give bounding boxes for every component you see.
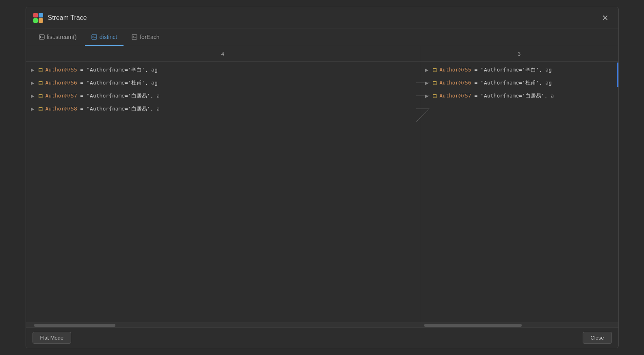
dialog-title: Stream Trace [48,14,87,22]
svg-rect-3 [39,18,43,23]
db-icon: ⊟ [432,80,437,86]
content-area: 4 ▶ ⊟ Author@755 = "Author{name='李白', ag… [26,46,618,327]
db-icon: ⊟ [38,80,43,86]
chevron-right-icon: ▶ [425,80,430,86]
db-icon: ⊟ [38,67,43,73]
tabs-bar: list.stream() distinct forEach [26,28,618,46]
tab-forEach-label: forEach [140,34,159,40]
db-icon: ⊟ [432,67,437,73]
svg-rect-4 [39,35,44,39]
title-bar: Stream Trace ✕ [26,7,618,28]
table-row[interactable]: ▶ ⊟ Author@757 = "Author{name='白居易', a [26,89,420,102]
title-left: Stream Trace [33,12,87,24]
table-row[interactable]: ▶ ⊟ Author@756 = "Author{name='杜甫', ag [420,76,618,89]
right-panel: 3 ▶ ⊟ Author@755 = "Author{name='李白', ag… [420,46,618,327]
item-text: Author@755 = "Author{name='李白', ag [46,66,158,74]
table-row[interactable]: ▶ ⊟ Author@757 = "Author{name='白居易', a [420,89,618,102]
chevron-right-icon: ▶ [31,106,36,112]
db-icon: ⊟ [432,93,437,99]
flat-mode-button[interactable]: Flat Mode [33,332,72,344]
item-text: Author@756 = "Author{name='杜甫', ag [46,79,158,87]
item-text: Author@757 = "Author{name='白居易', a [440,92,554,100]
db-icon: ⊟ [38,106,43,112]
right-panel-header: 3 [420,46,618,62]
table-row[interactable]: ▶ ⊟ Author@756 = "Author{name='杜甫', ag [26,76,420,89]
tab-list-stream-label: list.stream() [47,34,77,40]
left-panel: 4 ▶ ⊟ Author@755 = "Author{name='李白', ag… [26,46,420,327]
table-row[interactable]: ▶ ⊟ Author@758 = "Author{name='白居易', a [26,102,420,115]
svg-rect-8 [132,35,137,39]
item-text: Author@756 = "Author{name='杜甫', ag [440,79,552,87]
left-scrollbar[interactable] [26,323,420,327]
right-scrollbar-thumb[interactable] [424,324,522,327]
db-icon: ⊟ [38,93,43,99]
close-button[interactable]: Close [583,332,611,344]
tab-forEach-icon [132,34,137,40]
right-items-list[interactable]: ▶ ⊟ Author@755 = "Author{name='李白', ag ▶… [420,62,618,323]
tab-distinct-label: distinct [100,34,117,40]
right-scrollbar[interactable] [420,323,618,327]
tab-forEach[interactable]: forEach [125,28,166,46]
svg-rect-2 [33,18,38,23]
table-row[interactable]: ▶ ⊟ Author@755 = "Author{name='李白', ag [26,63,420,76]
stream-trace-dialog: Stream Trace ✕ list.stream() [26,7,619,348]
left-panel-header: 4 [26,46,420,62]
chevron-right-icon: ▶ [31,67,36,73]
chevron-right-icon: ▶ [425,93,430,99]
chevron-right-icon: ▶ [31,93,36,99]
dialog-close-button[interactable]: ✕ [598,11,612,24]
svg-rect-0 [33,13,38,17]
left-items-list[interactable]: ▶ ⊟ Author@755 = "Author{name='李白', ag ▶… [26,62,420,323]
left-scrollbar-thumb[interactable] [34,324,115,327]
chevron-right-icon: ▶ [31,80,36,86]
footer: Flat Mode Close [26,327,618,348]
svg-rect-6 [92,35,97,39]
tab-list-stream[interactable]: list.stream() [33,28,83,46]
tab-list-stream-icon [39,34,45,40]
chevron-right-icon: ▶ [425,67,430,73]
tab-distinct[interactable]: distinct [85,28,124,46]
left-panel-count: 4 [221,51,224,57]
item-text: Author@755 = "Author{name='李白', ag [440,66,552,74]
right-panel-count: 3 [518,51,520,57]
right-accent-bar [617,63,618,87]
tab-distinct-icon [91,34,97,40]
item-text: Author@757 = "Author{name='白居易', a [46,92,160,100]
table-row[interactable]: ▶ ⊟ Author@755 = "Author{name='李白', ag [420,63,618,76]
svg-rect-1 [39,13,43,17]
item-text: Author@758 = "Author{name='白居易', a [46,105,160,113]
app-icon [33,12,44,24]
